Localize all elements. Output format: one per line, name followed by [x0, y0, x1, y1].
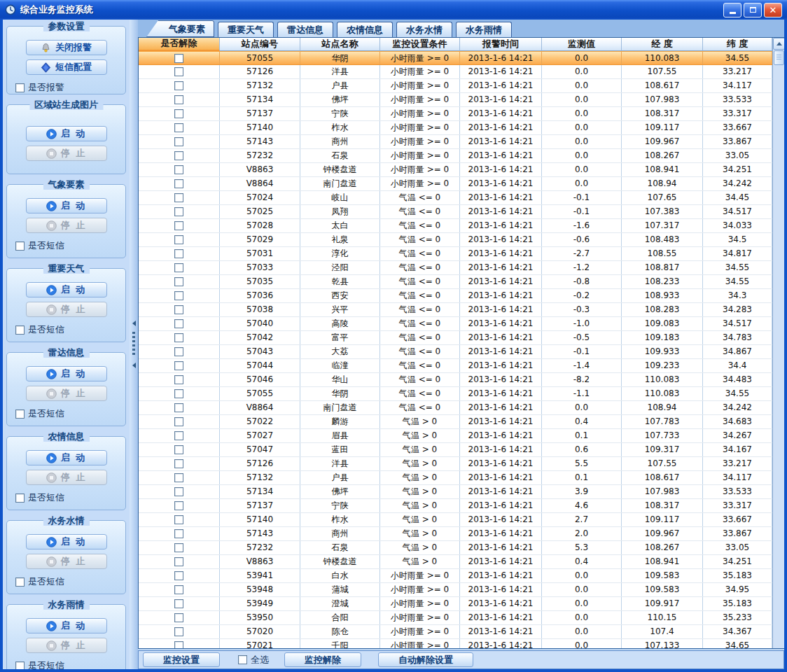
- row-checkbox[interactable]: [174, 263, 183, 272]
- tab-5[interactable]: 水务雨情: [456, 22, 512, 37]
- table-row[interactable]: 57132户县气温 > 02013-1-6 14:210.1108.61734.…: [139, 471, 772, 485]
- panel-checkbox[interactable]: [15, 578, 25, 587]
- scroll-up-button[interactable]: [773, 38, 784, 50]
- column-header-7[interactable]: 纬 度: [703, 38, 772, 51]
- row-checkbox[interactable]: [174, 249, 183, 258]
- table-row[interactable]: 57232石泉气温 > 02013-1-6 14:215.3108.26733.…: [139, 541, 772, 555]
- row-checkbox[interactable]: [174, 165, 183, 174]
- row-checkbox[interactable]: [174, 137, 183, 146]
- table-row[interactable]: 57140柞水小时雨量 >= 02013-1-6 14:210.0109.117…: [139, 121, 772, 135]
- row-checkbox[interactable]: [174, 333, 183, 342]
- select-all-checkbox[interactable]: [238, 655, 247, 664]
- table-row[interactable]: 57033泾阳气温 <= 02013-1-6 14:21-1.2108.8173…: [139, 261, 772, 275]
- tab-4[interactable]: 水务水情: [396, 22, 452, 37]
- row-checkbox[interactable]: [174, 305, 183, 314]
- stop-button[interactable]: 停 止: [26, 386, 107, 401]
- table-row[interactable]: V8864南门盘道小时雨量 >= 02013-1-6 14:210.0108.9…: [139, 177, 772, 191]
- table-row[interactable]: 57134佛坪小时雨量 >= 02013-1-6 14:210.0107.983…: [139, 93, 772, 107]
- panel-checkbox[interactable]: [15, 326, 25, 335]
- column-header-5[interactable]: 监测值: [542, 38, 622, 51]
- row-checkbox[interactable]: [174, 417, 183, 426]
- panel-checkbox[interactable]: [15, 493, 25, 503]
- stop-button[interactable]: 停 止: [26, 470, 107, 485]
- start-button[interactable]: 启 动: [26, 534, 107, 550]
- row-checkbox[interactable]: [174, 613, 183, 622]
- row-checkbox[interactable]: [174, 403, 183, 412]
- table-row[interactable]: 57137宁陕小时雨量 >= 02013-1-6 14:210.0108.317…: [139, 107, 772, 121]
- table-row[interactable]: 53949澄城小时雨量 >= 02013-1-6 14:210.0109.917…: [139, 597, 772, 611]
- panel-checkbox[interactable]: [15, 241, 25, 251]
- column-header-2[interactable]: 站点名称: [300, 38, 380, 51]
- row-checkbox[interactable]: [174, 291, 183, 300]
- row-checkbox[interactable]: [174, 235, 183, 244]
- stop-button[interactable]: 停 止: [26, 302, 107, 317]
- table-row[interactable]: 57134佛坪气温 > 02013-1-6 14:213.9107.98333.…: [139, 485, 772, 499]
- table-row[interactable]: 57046华山气温 <= 02013-1-6 14:21-8.2110.0833…: [139, 373, 772, 387]
- table-row[interactable]: 57036西安气温 <= 02013-1-6 14:21-0.2108.9333…: [139, 289, 772, 303]
- table-row[interactable]: 57020陈仓小时雨量 >= 02013-1-6 14:210.0107.434…: [139, 625, 772, 639]
- table-row[interactable]: 57025凤翔气温 <= 02013-1-6 14:21-0.1107.3833…: [139, 205, 772, 219]
- column-header-0[interactable]: 是否解除: [139, 38, 220, 51]
- row-checkbox[interactable]: [174, 95, 183, 104]
- row-checkbox[interactable]: [174, 627, 183, 636]
- table-row[interactable]: 57042富平气温 <= 02013-1-6 14:21-0.5109.1833…: [139, 331, 772, 345]
- table-row[interactable]: 57038兴平气温 <= 02013-1-6 14:21-0.3108.2833…: [139, 303, 772, 317]
- table-row[interactable]: V8863钟楼盘道小时雨量 >= 02013-1-6 14:210.0108.9…: [139, 163, 772, 177]
- stop-button[interactable]: 停 止: [26, 218, 107, 233]
- stop-button[interactable]: 停 止: [26, 554, 107, 569]
- row-checkbox[interactable]: [174, 179, 183, 188]
- row-checkbox[interactable]: [174, 54, 183, 63]
- row-checkbox[interactable]: [174, 571, 183, 580]
- monitor-set-button[interactable]: 监控设置: [143, 652, 220, 667]
- row-checkbox[interactable]: [174, 207, 183, 216]
- row-checkbox[interactable]: [174, 599, 183, 608]
- stop-button[interactable]: 停 止: [26, 638, 107, 653]
- vertical-scrollbar[interactable]: [772, 38, 784, 648]
- table-row[interactable]: 57143商州小时雨量 >= 02013-1-6 14:210.0109.967…: [139, 135, 772, 149]
- row-checkbox[interactable]: [174, 641, 183, 648]
- column-header-4[interactable]: 报警时间: [460, 38, 542, 51]
- row-checkbox[interactable]: [174, 529, 183, 538]
- row-checkbox[interactable]: [174, 67, 183, 76]
- row-checkbox[interactable]: [174, 375, 183, 384]
- row-checkbox[interactable]: [174, 347, 183, 356]
- start-button[interactable]: 启 动: [26, 282, 107, 298]
- table-row[interactable]: 57044临潼气温 <= 02013-1-6 14:21-1.4109.2333…: [139, 359, 772, 373]
- row-checkbox[interactable]: [174, 459, 183, 468]
- table-row[interactable]: 57126洋县气温 > 02013-1-6 14:215.5107.5533.2…: [139, 457, 772, 471]
- table-row[interactable]: V8863钟楼盘道气温 > 02013-1-6 14:210.4108.9413…: [139, 555, 772, 569]
- start-button[interactable]: 启 动: [26, 618, 107, 634]
- row-checkbox[interactable]: [174, 81, 183, 90]
- row-checkbox[interactable]: [174, 473, 183, 482]
- row-checkbox[interactable]: [174, 445, 183, 454]
- table-row[interactable]: 57137宁陕气温 > 02013-1-6 14:214.6108.31733.…: [139, 499, 772, 513]
- panel-checkbox[interactable]: [15, 83, 25, 92]
- table-row[interactable]: 57140柞水气温 > 02013-1-6 14:212.7109.11733.…: [139, 513, 772, 527]
- table-row[interactable]: 57055华阴气温 <= 02013-1-6 14:21-1.1110.0833…: [139, 387, 772, 401]
- table-row[interactable]: 53950合阳小时雨量 >= 02013-1-6 14:210.0110.153…: [139, 611, 772, 625]
- table-row[interactable]: 57022麟游气温 > 02013-1-6 14:210.4107.78334.…: [139, 415, 772, 429]
- table-row[interactable]: 57047蓝田气温 > 02013-1-6 14:210.6109.31734.…: [139, 443, 772, 457]
- table-row[interactable]: 57028太白气温 <= 02013-1-6 14:21-1.6107.3173…: [139, 219, 772, 233]
- panel-checkbox[interactable]: [15, 410, 25, 419]
- table-row[interactable]: 57040高陵气温 <= 02013-1-6 14:21-1.0109.0833…: [139, 317, 772, 331]
- maximize-button[interactable]: [744, 3, 762, 18]
- table-row[interactable]: 57143商州气温 > 02013-1-6 14:212.0109.96733.…: [139, 527, 772, 541]
- table-row[interactable]: 57031淳化气温 <= 02013-1-6 14:21-2.7108.5534…: [139, 247, 772, 261]
- table-row[interactable]: 57043大荔气温 <= 02013-1-6 14:21-0.1109.9333…: [139, 345, 772, 359]
- row-checkbox[interactable]: [174, 585, 183, 594]
- splitter-grip[interactable]: [132, 332, 135, 357]
- row-checkbox[interactable]: [174, 193, 183, 202]
- row-checkbox[interactable]: [174, 515, 183, 524]
- table-row[interactable]: 53948蒲城小时雨量 >= 02013-1-6 14:210.0109.583…: [139, 583, 772, 597]
- collapse-left-icon[interactable]: [132, 363, 136, 368]
- minimize-button[interactable]: [723, 3, 741, 18]
- tab-2[interactable]: 雷达信息: [277, 22, 333, 37]
- tab-0[interactable]: 气象要素: [146, 20, 214, 37]
- table-row[interactable]: 57055华阴小时雨量 >= 02013-1-6 14:210.0110.083…: [139, 51, 772, 65]
- scrollbar-thumb[interactable]: [774, 50, 784, 65]
- table-row[interactable]: 53941白水小时雨量 >= 02013-1-6 14:210.0109.583…: [139, 569, 772, 583]
- sidebar-splitter[interactable]: [130, 20, 138, 669]
- row-checkbox[interactable]: [174, 431, 183, 440]
- row-checkbox[interactable]: [174, 361, 183, 370]
